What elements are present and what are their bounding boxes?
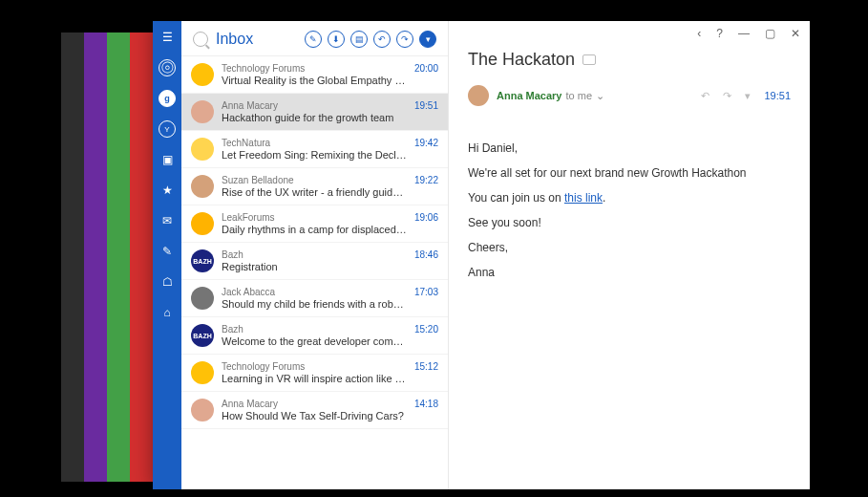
forward-button[interactable]: ↷ — [396, 31, 413, 48]
email-row[interactable]: LeakForumsDaily rhythms in a camp for di… — [181, 205, 448, 243]
email-row[interactable]: Jack AbaccaShould my child be friends wi… — [181, 280, 448, 317]
row-time: 17:03 — [414, 287, 438, 297]
body-line: Anna — [468, 261, 791, 284]
sender-name[interactable]: Anna Macary — [497, 90, 561, 101]
inbox-icon[interactable]: ▣ — [159, 151, 176, 168]
email-row[interactable]: TechNaturaLet Freedom Sing: Remixing the… — [181, 131, 448, 168]
menu-icon[interactable]: ☰ — [159, 29, 176, 46]
mail-list: Inbox ✎ ⬇ ▤ ↶ ↷ ▾ Technology ForumsVirtu… — [181, 21, 449, 489]
email-body: Hi Daniel, We're all set for our next br… — [468, 137, 791, 284]
list-toolbar: ✎ ⬇ ▤ ↶ ↷ ▾ — [305, 31, 436, 48]
archive-button[interactable]: ▤ — [350, 31, 368, 48]
mail-window: ☰ ⦾ g Y ▣ ★ ✉ ✎ ☖ ⌂ ‹ ? — ▢ ✕ Inbox ✎ ⬇ … — [153, 21, 810, 489]
row-sender: Bazh — [222, 249, 407, 260]
row-subject: Hackathon guide for the growth team — [222, 112, 407, 123]
reply-icon[interactable]: ↶ — [701, 90, 709, 102]
sender-avatar[interactable] — [468, 85, 489, 106]
row-subject: Daily rhythms in a camp for displaced pe… — [222, 224, 407, 235]
tag-icon[interactable]: ⌂ — [159, 304, 176, 321]
more-button[interactable]: ▾ — [419, 31, 436, 48]
row-time: 20:00 — [414, 63, 438, 74]
account-all-icon[interactable]: ⦾ — [159, 59, 176, 76]
row-time: 15:12 — [414, 361, 438, 372]
folder-name: Inbox — [216, 31, 253, 48]
content: ‹ ? — ▢ ✕ Inbox ✎ ⬇ ▤ ↶ ↷ ▾ Technology F… — [181, 21, 810, 489]
row-sender: Bazh — [222, 324, 407, 335]
row-avatar — [191, 399, 214, 421]
email-time: 19:51 — [764, 90, 791, 101]
body-line: You can join us on this link. — [468, 186, 791, 209]
row-avatar: BAZH — [191, 249, 214, 272]
row-sender: Anna Macary — [222, 399, 407, 409]
row-main: Suzan BelladoneRise of the UX writer - a… — [222, 175, 407, 198]
list-header: Inbox ✎ ⬇ ▤ ↶ ↷ ▾ — [181, 21, 448, 56]
row-subject: Let Freedom Sing: Remixing the Declarati… — [222, 149, 407, 161]
row-main: Anna MacaryHackathon guide for the growt… — [222, 100, 407, 123]
body-line: Cheers, — [468, 236, 791, 259]
forward-icon[interactable]: ↷ — [723, 90, 731, 102]
row-main: Jack AbaccaShould my child be friends wi… — [222, 287, 407, 310]
email-title: The Hackaton — [468, 50, 791, 70]
email-row[interactable]: BAZHBazhWelcome to the great developer c… — [181, 317, 448, 355]
search-icon[interactable] — [193, 32, 208, 47]
row-avatar — [191, 138, 214, 161]
account-yahoo-icon[interactable]: Y — [159, 120, 176, 138]
download-button[interactable]: ⬇ — [328, 31, 345, 48]
details-dropdown-icon[interactable]: ⌄ — [596, 90, 604, 102]
row-time: 19:06 — [414, 212, 438, 223]
account-google-icon[interactable]: g — [159, 90, 176, 107]
row-sender: Anna Macary — [222, 100, 407, 111]
row-subject: Should my child be friends with a robot… — [222, 298, 407, 310]
row-avatar — [191, 361, 214, 384]
email-row[interactable]: Anna MacaryHow Should We Tax Self-Drivin… — [181, 392, 448, 429]
row-avatar — [191, 175, 214, 198]
row-subject: Rise of the UX writer - a friendly guide… — [222, 186, 407, 198]
row-main: LeakForumsDaily rhythms in a camp for di… — [222, 212, 407, 235]
sidebar: ☰ ⦾ g Y ▣ ★ ✉ ✎ ☖ ⌂ — [153, 21, 181, 489]
drafts-icon[interactable]: ✎ — [159, 243, 176, 260]
email-row[interactable]: Suzan BelladoneRise of the UX writer - a… — [181, 168, 448, 205]
back-button[interactable]: ‹ — [697, 27, 701, 40]
row-subject: Welcome to the great developer commu… — [222, 335, 407, 347]
close-button[interactable]: ✕ — [791, 27, 800, 40]
row-avatar — [191, 63, 214, 86]
compose-button[interactable]: ✎ — [305, 31, 322, 48]
row-avatar — [191, 100, 214, 123]
minimize-button[interactable]: — — [738, 27, 750, 40]
row-subject: Learning in VR will inspire action like … — [222, 373, 407, 384]
email-reader: The Hackaton Anna Macary to me ⌄ ↶ ↷ ▾ 1… — [449, 21, 810, 489]
maximize-button[interactable]: ▢ — [765, 27, 775, 40]
sent-icon[interactable]: ✉ — [159, 212, 176, 229]
row-avatar: BAZH — [191, 324, 214, 347]
email-row[interactable]: BAZHBazhRegistration18:46 — [181, 243, 448, 280]
row-time: 19:51 — [414, 100, 438, 111]
email-row[interactable]: Technology ForumsLearning in VR will ins… — [181, 355, 448, 392]
row-main: BazhWelcome to the great developer commu… — [222, 324, 407, 347]
row-main: Technology ForumsLearning in VR will ins… — [222, 361, 407, 384]
row-time: 18:46 — [414, 249, 438, 260]
label-icon[interactable] — [582, 54, 596, 65]
reader-actions: ↶ ↷ ▾ 19:51 — [701, 90, 791, 102]
row-sender: Technology Forums — [222, 63, 407, 74]
help-button[interactable]: ? — [716, 27, 723, 40]
row-sender: LeakForums — [222, 212, 407, 223]
row-avatar — [191, 212, 214, 235]
row-sender: TechNatura — [222, 138, 407, 148]
body-line: We're all set for our next brand new Gro… — [468, 162, 791, 184]
archive-icon[interactable]: ☖ — [159, 273, 176, 291]
reply-button[interactable]: ↶ — [373, 31, 391, 48]
email-row[interactable]: Anna MacaryHackathon guide for the growt… — [181, 94, 448, 131]
more-icon[interactable]: ▾ — [745, 90, 751, 102]
email-row[interactable]: Technology ForumsVirtual Reality is the … — [181, 56, 448, 94]
email-subject: The Hackaton — [468, 50, 575, 70]
starred-icon[interactable]: ★ — [159, 182, 176, 199]
reader-meta: Anna Macary to me ⌄ ↶ ↷ ▾ 19:51 — [468, 85, 791, 116]
body-line: Hi Daniel, — [468, 137, 791, 160]
recipient: to me — [565, 90, 592, 101]
titlebar: ‹ ? — ▢ ✕ — [688, 21, 810, 46]
join-link[interactable]: this link — [564, 191, 603, 205]
row-sender: Suzan Belladone — [222, 175, 407, 185]
row-sender: Jack Abacca — [222, 287, 407, 297]
row-subject: How Should We Tax Self-Driving Cars? — [222, 410, 407, 421]
row-avatar — [191, 287, 214, 310]
